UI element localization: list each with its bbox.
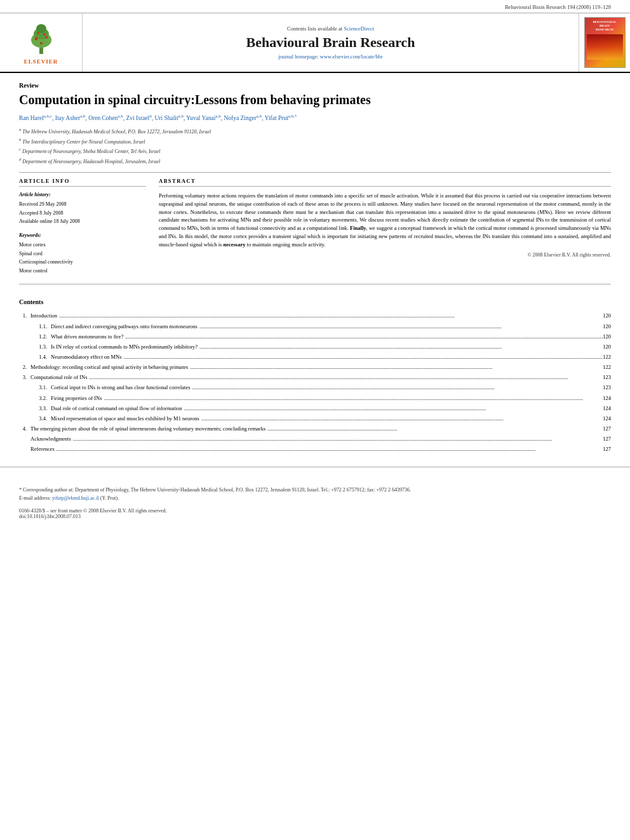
sciencedirect-prefix: Contents lists available at: [287, 25, 342, 32]
toc-row-1: 1. Introduction ........................…: [19, 310, 611, 321]
accepted-date: Accepted 8 July 2008: [19, 209, 146, 218]
toc-label-ack: Acknowledgments: [30, 434, 71, 444]
footer-note: * Corresponding author at: Department of…: [19, 486, 611, 503]
toc-label-1: Introduction: [30, 310, 57, 321]
toc-dots-1: ........................................…: [57, 310, 603, 321]
article-content: Review Computation in spinal circuitry:L…: [0, 73, 630, 284]
svg-point-6: [40, 42, 43, 44]
toc-page-ack: 127: [603, 434, 611, 444]
toc-dots-3-2: ........................................…: [102, 393, 603, 403]
contents-section: Contents 1. Introduction ...............…: [0, 290, 630, 454]
keyword-3: Corticospinal connectivity: [19, 258, 146, 267]
toc-dots-3-3: ........................................…: [182, 403, 603, 413]
toc-dots-1-4: ........................................…: [122, 352, 603, 362]
toc-row-1-4: 1.4. Neuromodulatory effect on MNs .....…: [19, 352, 611, 362]
divider: [19, 172, 611, 173]
toc-row-ack: Acknowledgments ........................…: [19, 434, 611, 444]
cover-title-text: BEHAVIOURALBRAINRESEARCH: [593, 20, 616, 32]
footer-email-suffix: (Y. Prut).: [100, 495, 119, 501]
toc-num-3-3: 3.3.: [37, 403, 51, 413]
elsevier-brand-text: ELSEVIER: [24, 58, 58, 65]
toc-page-1-2: 120: [603, 331, 611, 342]
toc-label-ref: References: [30, 444, 55, 454]
toc-row-1-1: 1.1. Direct and indirect converging path…: [19, 321, 611, 331]
page: Behavioural Brain Research 194 (2008) 11…: [0, 0, 630, 840]
journal-title: Behavioural Brain Research: [246, 34, 415, 51]
toc-row-1-2: 1.2. What drives motoneurons to fire? ..…: [19, 331, 611, 342]
toc-dots-ref: ........................................…: [55, 444, 603, 454]
received-date: Received 29 May 2008: [19, 200, 146, 209]
keywords-label: Keywords:: [19, 232, 146, 238]
toc-row-3: 3. Computational role of INs ...........…: [19, 372, 611, 382]
article-info-column: ARTICLE INFO Article history: Received 2…: [19, 178, 146, 275]
svg-point-7: [37, 32, 39, 34]
toc-page-1: 120: [603, 310, 611, 321]
toc-dots-2: ........................................…: [188, 362, 603, 372]
authors-list: Ran Harela,b,c, Itay Ashera,b, Oren Cohe…: [19, 113, 611, 123]
toc-num-1-2: 1.2.: [37, 331, 51, 342]
toc-label-4: The emerging picture about the role of s…: [30, 423, 265, 434]
toc-label-1-1: Direct and indirect converging pathways …: [51, 321, 198, 331]
toc-dots-4: ........................................…: [265, 423, 603, 434]
toc-num-3-2: 3.2.: [37, 393, 51, 403]
toc-num-1-1: 1.1.: [37, 321, 51, 331]
toc-dots-ack: ........................................…: [71, 434, 603, 444]
svg-point-4: [34, 37, 37, 40]
divider-2: [19, 284, 611, 284]
footer-license: 0166-4328/$ – see front matter © 2008 El…: [19, 508, 167, 514]
toc-dots-1-2: ........................................…: [123, 331, 603, 342]
toc-row-2: 2. Methodology: recording cortical and s…: [19, 362, 611, 372]
svg-point-3: [36, 24, 46, 33]
toc-dots-1-1: ........................................…: [198, 321, 603, 331]
toc-label-1-4: Neuromodulatory effect on MNs: [51, 352, 122, 362]
copyright-text: © 2008 Elsevier B.V. All rights reserved…: [159, 252, 611, 258]
keyword-1: Motor cortex: [19, 241, 146, 250]
toc-dots-3-4: ........................................…: [199, 413, 603, 423]
toc-label-3-1: Cortical input to INs is strong and has …: [51, 382, 191, 392]
toc-label-3-4: Mixed representation of space and muscle…: [51, 413, 199, 423]
toc-row-3-4: 3.4. Mixed representation of space and m…: [19, 413, 611, 423]
footer-email[interactable]: yifatp@ekmd.huji.ac.il: [52, 495, 99, 501]
toc-label-3-3: Dual role of cortical command on spinal …: [51, 403, 182, 413]
toc-num-3: 3.: [19, 372, 30, 382]
toc-num-1-4: 1.4.: [37, 352, 51, 362]
sciencedirect-link[interactable]: ScienceDirect: [344, 25, 374, 32]
toc-num-1: 1.: [19, 310, 30, 321]
elsevier-tree-icon: [22, 21, 60, 56]
toc-label-3-2: Firing properties of INs: [51, 393, 102, 403]
toc-num-3-1: 3.1.: [37, 382, 51, 392]
keyword-4: Motor control: [19, 267, 146, 276]
journal-reference: Behavioural Brain Research 194 (2008) 11…: [0, 0, 630, 13]
article-body: ARTICLE INFO Article history: Received 2…: [19, 178, 611, 275]
toc-label-2: Methodology: recording cortical and spin…: [30, 362, 188, 372]
toc-dots-3: ........................................…: [87, 372, 603, 382]
toc-row-1-3: 1.3. Is IN relay of cortical commands to…: [19, 342, 611, 352]
toc-page-1-3: 120: [603, 342, 611, 352]
toc-num-1-3: 1.3.: [37, 342, 51, 352]
toc-row-ref: References .............................…: [19, 444, 611, 454]
footer-doi: doi:10.1016/j.bbr.2008.07.013: [19, 514, 81, 519]
toc-num-2: 2.: [19, 362, 30, 372]
elsevier-logo: ELSEVIER: [0, 13, 83, 72]
affiliations: a The Hebrew University, Hadassah Medica…: [19, 126, 611, 166]
sciencedirect-line: Contents lists available at ScienceDirec…: [287, 25, 374, 32]
toc-page-2: 122: [603, 362, 611, 372]
toc-num-4: 4.: [19, 423, 30, 434]
email-label: E-mail address:: [19, 495, 51, 501]
svg-point-5: [45, 36, 48, 39]
toc-dots-3-1: ........................................…: [191, 382, 603, 392]
contents-heading: Contents: [19, 298, 611, 305]
toc-page-3-2: 124: [603, 393, 611, 403]
toc-label-3: Computational role of INs: [30, 372, 87, 382]
toc-page-1-4: 122: [603, 352, 611, 362]
footer-bottom: 0166-4328/$ – see front matter © 2008 El…: [19, 508, 611, 519]
cover-image: BEHAVIOURALBRAINRESEARCH: [584, 17, 626, 68]
journal-header: ELSEVIER Contents lists available at Sci…: [0, 13, 630, 73]
journal-center: Contents lists available at ScienceDirec…: [83, 13, 579, 72]
homepage-url: www.elsevier.com/locate/bbr: [320, 53, 383, 60]
article-type: Review: [19, 82, 611, 89]
toc-label-1-2: What drives motoneurons to fire?: [51, 331, 123, 342]
journal-cover: BEHAVIOURALBRAINRESEARCH: [579, 13, 630, 72]
abstract-text: Performing voluntary motor actions requi…: [159, 192, 611, 248]
history-label: Article history:: [19, 192, 146, 197]
